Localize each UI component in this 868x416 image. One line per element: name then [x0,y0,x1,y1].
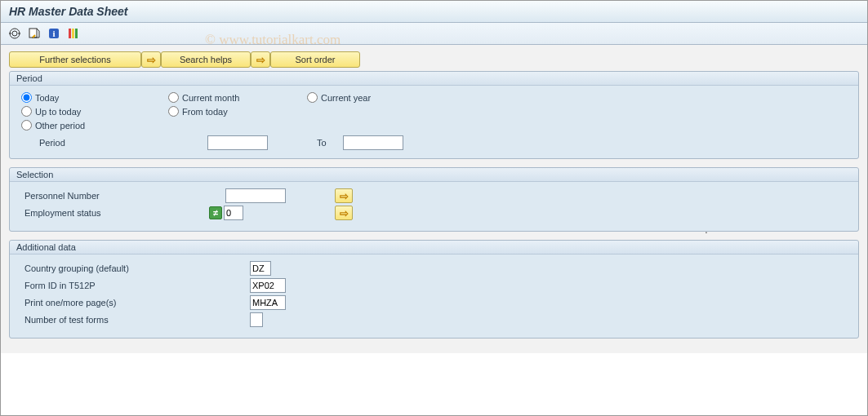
radio-up-to-today-label: Up to today [35,107,81,117]
radio-from-today-input[interactable] [168,106,179,117]
arrow-right-icon: ⇨ [340,190,349,202]
period-group: Period Today Current month Current year … [9,71,859,159]
button-row: Further selections ⇨ Search helps ⇨ Sort… [9,51,859,68]
radio-today[interactable]: Today [21,92,168,103]
info-icon[interactable]: i [47,26,61,41]
personnel-number-more-button[interactable]: ⇨ [335,188,353,203]
radio-current-year-input[interactable] [307,92,318,103]
radio-current-month[interactable]: Current month [168,92,307,103]
period-to-input[interactable] [343,135,403,150]
radio-from-today-label: From today [182,107,228,117]
additional-data-group: Additional data Country grouping (defaul… [9,240,859,339]
arrow-search-helps[interactable]: ⇨ [141,51,161,68]
radio-current-month-label: Current month [182,93,239,103]
period-label: Period [39,138,207,148]
print-pages-input[interactable] [250,295,286,310]
dynamic-selections-icon[interactable] [66,26,81,41]
radio-up-to-today-input[interactable] [21,106,32,117]
period-group-title: Period [10,72,858,86]
radio-from-today[interactable]: From today [168,106,307,117]
svg-text:i: i [52,29,55,38]
period-to-label: To [317,138,327,148]
period-from-input[interactable] [207,135,268,150]
personnel-number-label: Personnel Number [21,191,225,201]
not-equal-icon[interactable]: ≠ [209,206,222,219]
toolbar: i [1,23,867,45]
radio-other-period-label: Other period [35,121,85,131]
personnel-number-input[interactable] [225,188,286,203]
radio-other-period-input[interactable] [21,120,32,131]
additional-data-title: Additional data [10,241,858,254]
decorative-dot: . [705,223,708,236]
svg-point-1 [12,31,17,36]
radio-today-input[interactable] [21,92,32,103]
radio-up-to-today[interactable]: Up to today [21,106,168,117]
arrow-right-icon: ⇨ [147,54,156,66]
radio-today-label: Today [35,93,59,103]
print-pages-label: Print one/more page(s) [21,298,250,308]
further-selections-button[interactable]: Further selections [9,51,141,68]
arrow-right-icon: ⇨ [340,207,349,219]
sort-order-button[interactable]: Sort order [270,51,360,68]
radio-other-period[interactable]: Other period [21,120,168,131]
employment-status-input[interactable] [224,206,243,220]
page-title: HR Master Data Sheet [1,1,867,23]
country-grouping-input[interactable] [250,261,271,276]
country-grouping-label: Country grouping (default) [21,263,250,273]
selection-group: Selection Personnel Number ⇨ Employment … [9,167,859,232]
test-forms-input[interactable] [250,312,263,327]
radio-current-year-label: Current year [321,93,371,103]
svg-rect-7 [69,29,71,38]
radio-current-year[interactable]: Current year [307,92,446,103]
employment-status-label: Employment status [21,208,209,218]
employment-status-more-button[interactable]: ⇨ [335,206,353,220]
variant-icon[interactable] [27,26,42,41]
arrow-sort-order[interactable]: ⇨ [251,51,270,68]
selection-group-title: Selection [10,168,858,182]
form-id-label: Form ID in T512P [21,281,250,290]
radio-current-month-input[interactable] [168,92,179,103]
test-forms-label: Number of test forms [21,315,250,325]
execute-icon[interactable] [7,26,22,41]
content-area: Further selections ⇨ Search helps ⇨ Sort… [1,45,867,353]
arrow-right-icon: ⇨ [256,54,265,66]
svg-rect-9 [75,29,78,38]
svg-rect-8 [72,29,74,38]
form-id-input[interactable] [250,278,286,293]
search-helps-button[interactable]: Search helps [161,51,251,68]
